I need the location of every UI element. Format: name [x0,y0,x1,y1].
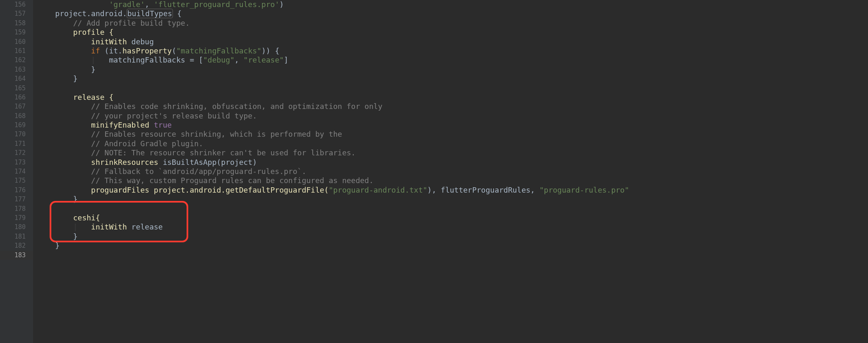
code-line[interactable]: | initWith release [37,222,868,232]
selection-box: buildTypes [127,9,173,18]
line-number: 170 [0,130,33,139]
code-line[interactable]: } [37,195,868,204]
line-number: 181 [0,232,33,241]
code-line[interactable]: // Enables resource shrinking, which is … [37,130,868,139]
line-number: 156 [0,0,33,9]
line-number: 161 [0,46,33,56]
line-number: 175 [0,176,33,185]
code-line[interactable] [37,251,868,260]
line-number: 172 [0,148,33,157]
line-number: 179 [0,213,33,222]
code-line[interactable]: } [37,65,868,74]
line-number: 158 [0,19,33,28]
code-line[interactable]: initWith debug [37,37,868,46]
line-number: 178 [0,204,33,213]
line-number: 159 [0,28,33,37]
line-number: 177 [0,195,33,204]
code-line[interactable]: proguardFiles project.android.getDefault… [37,186,868,195]
line-number: 173 [0,158,33,167]
code-line[interactable]: // your project's release build type. [37,111,868,121]
code-line[interactable]: } [37,241,868,250]
code-line[interactable]: // Enables code shrinking, obfuscation, … [37,102,868,111]
line-number: 166 [0,93,33,102]
line-number: 157 [0,9,33,18]
code-line[interactable]: // This way, custom Proguard rules can b… [37,176,868,185]
line-number: 182 [0,241,33,250]
code-line[interactable]: minifyEnabled true [37,121,868,130]
line-number: 169 [0,121,33,130]
line-number: 168 [0,111,33,121]
code-editor[interactable]: 1561571581591601611621631641651661671681… [0,0,868,343]
line-number: 183 [0,251,33,260]
line-number: 165 [0,84,33,93]
code-line[interactable]: } [37,232,868,241]
line-number: 163 [0,65,33,74]
code-line[interactable]: if (it.hasProperty("matchingFallbacks"))… [37,46,868,56]
code-line[interactable]: release { [37,93,868,102]
code-line[interactable]: // Add profile build type. [37,19,868,28]
line-number: 167 [0,102,33,111]
code-line[interactable]: // Android Gradle plugin. [37,139,868,148]
code-line[interactable]: } [37,74,868,83]
line-number: 164 [0,74,33,83]
line-number: 162 [0,56,33,65]
code-line[interactable]: profile { [37,28,868,37]
code-line[interactable]: | matchingFallbacks = ["debug", "release… [37,56,868,65]
code-line[interactable]: ceshi{ [37,213,868,222]
code-line[interactable]: project.android.buildTypes { [37,9,868,18]
code-line[interactable]: // NOTE: The resource shrinker can't be … [37,148,868,157]
code-area[interactable]: 'gradle', 'flutter_proguard_rules.pro') … [33,0,868,343]
code-line[interactable] [37,204,868,213]
code-line[interactable] [37,84,868,93]
line-number: 174 [0,167,33,176]
code-line[interactable]: shrinkResources isBuiltAsApp(project) [37,158,868,167]
code-line[interactable]: // Fallback to `android/app/proguard-rul… [37,167,868,176]
line-number: 176 [0,186,33,195]
code-line[interactable]: 'gradle', 'flutter_proguard_rules.pro') [37,0,868,9]
line-number: 180 [0,222,33,232]
line-number: 160 [0,37,33,46]
line-number: 171 [0,139,33,148]
line-number-gutter: 1561571581591601611621631641651661671681… [0,0,33,343]
